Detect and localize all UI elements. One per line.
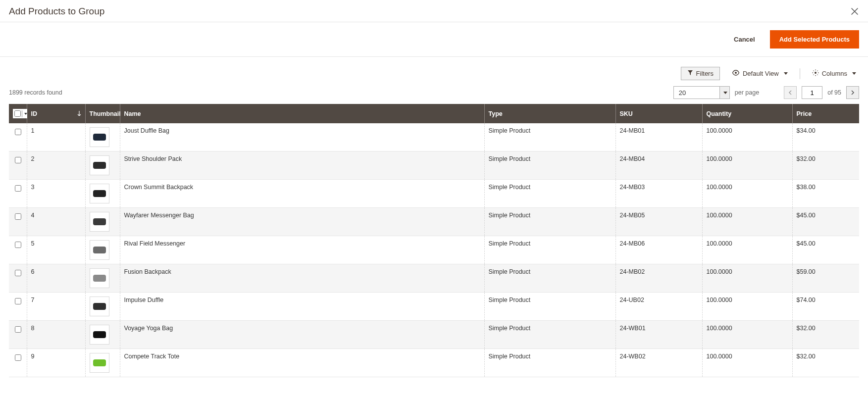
row-checkbox[interactable] bbox=[15, 185, 21, 192]
cell-type: Simple Product bbox=[484, 349, 615, 377]
cell-sku: 24-MB02 bbox=[615, 264, 702, 293]
row-select-cell bbox=[9, 151, 27, 180]
cell-name: Rival Field Messenger bbox=[120, 236, 484, 264]
table-row[interactable]: 9Compete Track ToteSimple Product24-WB02… bbox=[9, 349, 859, 377]
column-header-type[interactable]: Type bbox=[484, 104, 615, 123]
thumbnail-image bbox=[90, 127, 109, 147]
row-checkbox[interactable] bbox=[15, 213, 21, 220]
table-row[interactable]: 3Crown Summit BackpackSimple Product24-M… bbox=[9, 180, 859, 208]
cell-price: $32.00 bbox=[792, 349, 859, 377]
cell-type: Simple Product bbox=[484, 151, 615, 180]
cell-id: 8 bbox=[27, 321, 85, 349]
gear-icon bbox=[812, 69, 819, 78]
cell-price: $74.00 bbox=[792, 293, 859, 321]
cell-price: $45.00 bbox=[792, 236, 859, 264]
column-header-id[interactable]: ID bbox=[27, 104, 85, 123]
column-header-name[interactable]: Name bbox=[120, 104, 484, 123]
column-header-quantity[interactable]: Quantity bbox=[702, 104, 792, 123]
cell-thumbnail bbox=[85, 180, 120, 208]
default-view-button[interactable]: Default View bbox=[729, 68, 791, 79]
cell-price: $45.00 bbox=[792, 208, 859, 236]
filters-button[interactable]: Filters bbox=[681, 67, 720, 80]
table-row[interactable]: 5Rival Field MessengerSimple Product24-M… bbox=[9, 236, 859, 264]
page-size-dropdown-toggle[interactable] bbox=[719, 87, 729, 99]
grid-controls: Filters Default View Columns bbox=[0, 57, 868, 83]
add-selected-products-button[interactable]: Add Selected Products bbox=[770, 30, 859, 49]
page-size-select[interactable]: 20 bbox=[673, 86, 730, 99]
row-select-cell bbox=[9, 123, 27, 151]
svg-rect-5 bbox=[93, 218, 106, 225]
table-row[interactable]: 1Joust Duffle BagSimple Product24-MB0110… bbox=[9, 123, 859, 151]
row-checkbox[interactable] bbox=[15, 242, 21, 248]
row-select-cell bbox=[9, 180, 27, 208]
svg-rect-10 bbox=[93, 359, 106, 366]
funnel-icon bbox=[687, 70, 693, 77]
products-grid: ID Thumbnail Name Type SKU Quantity Pric… bbox=[9, 104, 859, 377]
thumbnail-image bbox=[90, 268, 109, 288]
cell-name: Strive Shoulder Pack bbox=[120, 151, 484, 180]
page-size-value: 20 bbox=[674, 87, 719, 99]
cell-thumbnail bbox=[85, 236, 120, 264]
eye-icon bbox=[732, 70, 740, 77]
cell-quantity: 100.0000 bbox=[702, 349, 792, 377]
caret-down-icon bbox=[723, 92, 727, 94]
row-checkbox[interactable] bbox=[15, 157, 21, 163]
cell-thumbnail bbox=[85, 321, 120, 349]
thumbnail-image bbox=[90, 240, 109, 260]
table-row[interactable]: 7Impulse DuffleSimple Product24-UB02100.… bbox=[9, 293, 859, 321]
table-row[interactable]: 2Strive Shoulder PackSimple Product24-MB… bbox=[9, 151, 859, 180]
cell-name: Compete Track Tote bbox=[120, 349, 484, 377]
current-page-input[interactable] bbox=[802, 86, 822, 99]
thumbnail-image bbox=[90, 184, 109, 203]
column-header-select[interactable] bbox=[9, 104, 27, 123]
svg-rect-2 bbox=[93, 134, 106, 141]
cell-thumbnail bbox=[85, 123, 120, 151]
thumbnail-image bbox=[90, 297, 109, 316]
columns-button[interactable]: Columns bbox=[809, 67, 859, 80]
column-header-sku[interactable]: SKU bbox=[615, 104, 702, 123]
svg-rect-8 bbox=[93, 303, 106, 310]
cancel-button[interactable]: Cancel bbox=[731, 35, 758, 44]
row-select-cell bbox=[9, 349, 27, 377]
chevron-left-icon bbox=[788, 90, 792, 95]
cell-sku: 24-MB04 bbox=[615, 151, 702, 180]
modal-title: Add Products to Group bbox=[9, 6, 104, 17]
cell-quantity: 100.0000 bbox=[702, 208, 792, 236]
table-row[interactable]: 6Fusion BackpackSimple Product24-MB02100… bbox=[9, 264, 859, 293]
svg-rect-6 bbox=[93, 247, 106, 253]
cell-price: $32.00 bbox=[792, 321, 859, 349]
cell-thumbnail bbox=[85, 264, 120, 293]
default-view-label: Default View bbox=[743, 70, 779, 77]
thumbnail-image bbox=[90, 353, 109, 373]
records-pager-row: 1899 records found 20 per page of 95 bbox=[0, 83, 868, 104]
row-checkbox[interactable] bbox=[15, 326, 21, 333]
cell-price: $34.00 bbox=[792, 123, 859, 151]
svg-rect-7 bbox=[93, 275, 106, 282]
next-page-button[interactable] bbox=[846, 86, 859, 99]
row-checkbox[interactable] bbox=[15, 129, 21, 135]
close-icon[interactable] bbox=[850, 7, 859, 16]
select-all-checkbox[interactable] bbox=[14, 110, 21, 117]
svg-rect-9 bbox=[93, 331, 106, 338]
cell-sku: 24-UB02 bbox=[615, 293, 702, 321]
column-header-price[interactable]: Price bbox=[792, 104, 859, 123]
chevron-right-icon bbox=[851, 90, 855, 95]
row-checkbox[interactable] bbox=[15, 298, 21, 304]
row-checkbox[interactable] bbox=[15, 270, 21, 276]
cell-type: Simple Product bbox=[484, 208, 615, 236]
thumbnail-image bbox=[90, 325, 109, 345]
cell-id: 2 bbox=[27, 151, 85, 180]
row-checkbox[interactable] bbox=[15, 354, 21, 361]
prev-page-button[interactable] bbox=[784, 86, 797, 99]
column-header-thumbnail[interactable]: Thumbnail bbox=[85, 104, 120, 123]
caret-down-icon bbox=[852, 72, 856, 75]
cell-id: 3 bbox=[27, 180, 85, 208]
sort-asc-icon bbox=[77, 110, 81, 117]
cell-quantity: 100.0000 bbox=[702, 236, 792, 264]
svg-rect-3 bbox=[93, 162, 106, 169]
cell-thumbnail bbox=[85, 151, 120, 180]
cell-name: Voyage Yoga Bag bbox=[120, 321, 484, 349]
table-row[interactable]: 4Wayfarer Messenger BagSimple Product24-… bbox=[9, 208, 859, 236]
table-row[interactable]: 8Voyage Yoga BagSimple Product24-WB01100… bbox=[9, 321, 859, 349]
cell-price: $32.00 bbox=[792, 151, 859, 180]
